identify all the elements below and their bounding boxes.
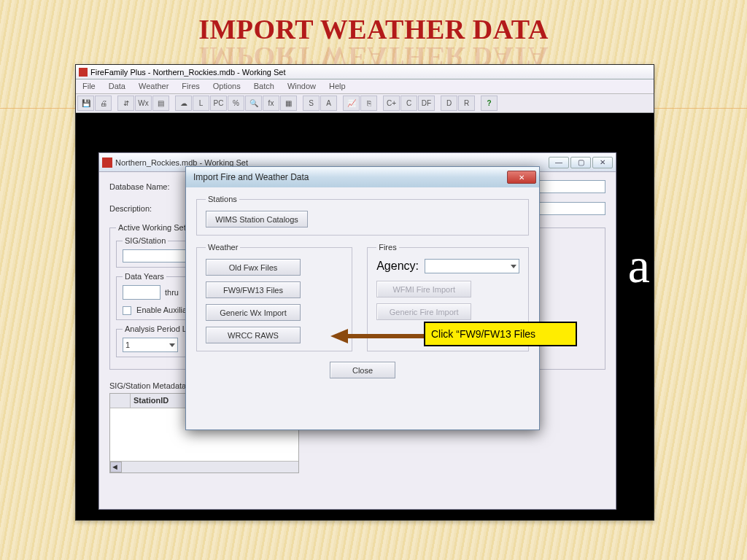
stations-legend: Stations — [206, 195, 239, 203]
menu-file[interactable]: File — [76, 79, 102, 93]
generic-fire-button: Generic Fire Import — [376, 303, 471, 320]
menu-window[interactable]: Window — [281, 79, 322, 93]
tb-icon-s[interactable]: S — [303, 96, 320, 111]
tb-icon-r[interactable]: R — [458, 96, 475, 111]
app-title: FireFamily Plus - Northern_Rockies.mdb -… — [90, 68, 286, 77]
tb-icon-wx[interactable]: Wx — [135, 96, 152, 111]
minimize-button[interactable]: — — [549, 157, 569, 168]
separator — [112, 96, 117, 111]
import-dialog: Import Fire and Weather Data Stations WI… — [185, 166, 540, 430]
tb-icon-c[interactable]: C — [400, 96, 417, 111]
close-button[interactable]: ✕ — [592, 157, 613, 168]
agency-combo[interactable] — [425, 259, 519, 273]
print-icon[interactable]: 🖨 — [95, 96, 112, 111]
tb-icon-x[interactable]: ⎘ — [360, 96, 377, 111]
tb-icon-pc[interactable]: PC — [210, 96, 227, 111]
wfmi-fire-button: WFMI Fire Import — [376, 281, 471, 298]
weather-fieldset: Weather Old Fwx Files FW9/FW13 Files Gen… — [196, 243, 352, 351]
close-button[interactable]: Close — [330, 362, 395, 378]
sub-icon — [102, 158, 112, 168]
save-icon[interactable]: 💾 — [77, 96, 94, 111]
tb-icon-zoom[interactable]: 🔍 — [245, 96, 262, 111]
tb-icon-1[interactable]: ⇵ — [117, 96, 134, 111]
chevron-down-icon — [169, 343, 175, 347]
tb-icon-cplus[interactable]: C+ — [383, 96, 400, 111]
analysis-period-combo[interactable]: 1 — [123, 338, 178, 352]
menu-options[interactable]: Options — [206, 79, 247, 93]
dialog-titlebar[interactable]: Import Fire and Weather Data — [186, 167, 539, 187]
generic-wx-button[interactable]: Generic Wx Import — [206, 304, 301, 321]
stations-fieldset: Stations WIMS Station Catalogs — [196, 195, 529, 236]
separator — [378, 96, 382, 111]
apl-value: 1 — [125, 341, 130, 349]
tb-icon-d[interactable]: D — [441, 96, 457, 111]
old-fwx-button[interactable]: Old Fwx Files — [206, 259, 301, 276]
menu-weather[interactable]: Weather — [132, 79, 175, 93]
tb-icon-cloud[interactable]: ☁ — [175, 96, 192, 111]
agency-label: Agency: — [376, 260, 419, 273]
tb-icon-a[interactable]: A — [320, 96, 337, 111]
thru-label: thru — [165, 288, 179, 297]
menu-batch[interactable]: Batch — [247, 79, 281, 93]
tb-icon-bars[interactable]: ▤ — [152, 96, 169, 111]
menu-help[interactable]: Help — [322, 79, 352, 93]
toolbar: 💾 🖨 ⇵ Wx ▤ ☁ L PC % 🔍 fx ▦ S A 📈 ⎘ C+ C … — [76, 94, 654, 113]
separator — [338, 96, 342, 111]
tb-icon-l[interactable]: L — [193, 96, 209, 111]
tb-icon-chart[interactable]: 📈 — [343, 96, 360, 111]
dy-legend: Data Years — [123, 272, 166, 281]
app-titlebar[interactable]: FireFamily Plus - Northern_Rockies.mdb -… — [76, 65, 654, 79]
aux-year-checkbox[interactable] — [123, 306, 131, 315]
tb-icon-pct[interactable]: % — [228, 96, 244, 111]
sig-legend: SIG/Station — [123, 236, 168, 245]
wrcc-raws-button[interactable]: WRCC RAWS — [206, 327, 301, 343]
horizontal-scrollbar[interactable]: ◄ — [110, 461, 298, 472]
separator — [476, 96, 480, 111]
callout-box: Click “FW9/FW13 Files — [424, 322, 577, 346]
chevron-down-icon — [511, 265, 516, 268]
separator — [170, 96, 174, 111]
row-selector-header — [110, 394, 131, 408]
app-icon — [79, 68, 88, 77]
menubar: File Data Weather Fires Options Batch Wi… — [76, 79, 654, 94]
dialog-title: Import Fire and Weather Data — [193, 172, 309, 182]
maximize-button[interactable]: ▢ — [570, 157, 591, 168]
menu-fires[interactable]: Fires — [175, 79, 206, 93]
sub-title: Northern_Rockies.mdb - Working Set — [115, 158, 248, 167]
tb-icon-df[interactable]: DF — [418, 96, 435, 111]
fires-legend: Fires — [376, 243, 398, 252]
separator — [298, 96, 302, 111]
weather-legend: Weather — [206, 243, 240, 252]
wims-catalogs-button[interactable]: WIMS Station Catalogs — [206, 211, 308, 228]
slide-title: IMPORT WEATHER DATA — [0, 13, 747, 45]
fw9-fw13-button[interactable]: FW9/FW13 Files — [206, 281, 301, 298]
tb-icon-grid[interactable]: ▦ — [280, 96, 297, 111]
menu-data[interactable]: Data — [102, 79, 132, 93]
separator — [436, 96, 440, 111]
year-from-spinner[interactable] — [123, 285, 160, 300]
callout-text: Click “FW9/FW13 Files — [431, 328, 535, 340]
background-letter: a — [628, 237, 650, 295]
help-icon[interactable]: ? — [481, 96, 498, 111]
scroll-left-icon[interactable]: ◄ — [110, 462, 122, 472]
description-label: Description: — [109, 204, 187, 213]
db-name-label: Database Name: — [109, 182, 187, 191]
dialog-close-button[interactable] — [507, 171, 536, 184]
tb-icon-fx[interactable]: fx — [263, 96, 279, 111]
